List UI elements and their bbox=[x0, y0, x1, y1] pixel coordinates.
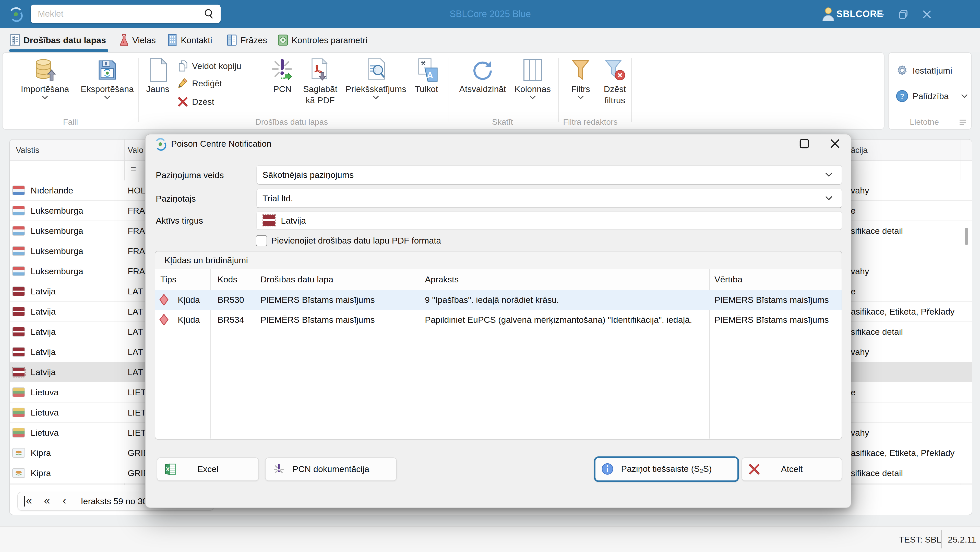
notifier-dropdown[interactable]: Trial ltd. bbox=[256, 188, 842, 208]
column-header-right-fragment[interactable]: ācija bbox=[851, 140, 868, 161]
refresh-button[interactable]: Atsvaidzināt bbox=[454, 57, 511, 94]
search-input[interactable]: Meklēt bbox=[31, 5, 221, 23]
help-icon: ? bbox=[896, 90, 908, 102]
pcn-button[interactable]: PCN bbox=[265, 57, 300, 94]
flag-cyprus-icon bbox=[13, 448, 24, 457]
column-header-tips[interactable]: Tips bbox=[161, 269, 177, 290]
error-diamond-icon bbox=[159, 314, 169, 325]
poison-centre-notification-dialog: Poison Centre Notification Paziņojuma ve… bbox=[145, 134, 851, 508]
tab-kontroles-parametri[interactable]: Kontroles parametri bbox=[278, 28, 368, 52]
flag-lithuania-icon bbox=[13, 408, 24, 417]
active-market-field[interactable]: Latvija bbox=[256, 211, 842, 230]
notifier-label: Paziņotājs bbox=[156, 194, 196, 204]
column-header-kods[interactable]: Kods bbox=[218, 269, 237, 290]
notification-type-dropdown[interactable]: Sākotnējais paziņojums bbox=[256, 165, 842, 185]
group-label-faili: Faili bbox=[30, 117, 111, 127]
edit-button[interactable]: Rediģēt bbox=[178, 77, 222, 89]
errors-warnings-groupbox: Kļūdas un brīdinājumi Tips Kods Drošības… bbox=[155, 251, 842, 440]
attach-pdf-checkbox[interactable] bbox=[256, 235, 267, 246]
column-header-vertiba[interactable]: Vērtība bbox=[714, 269, 743, 290]
first-record-button[interactable]: |« bbox=[21, 492, 34, 510]
tab-vielas[interactable]: Vielas bbox=[119, 28, 156, 52]
dialog-close-button[interactable] bbox=[828, 136, 842, 151]
search-placeholder: Meklēt bbox=[38, 9, 63, 19]
notification-type-label: Paziņojuma veids bbox=[156, 170, 224, 180]
chevron-down-icon bbox=[373, 96, 379, 99]
title-bar: Meklēt SBLCore 2025 Blue SBLCORE bbox=[0, 0, 980, 28]
excel-button[interactable]: X Excel bbox=[157, 458, 259, 481]
close-button[interactable] bbox=[919, 6, 935, 22]
help-button[interactable]: ? Palīdzība bbox=[896, 89, 968, 103]
prev-page-button[interactable]: « bbox=[40, 492, 54, 510]
flag-netherlands-icon bbox=[13, 186, 24, 195]
flag-latvia-icon bbox=[13, 287, 24, 296]
pcn-documentation-button[interactable]: PCN dokumentācija bbox=[265, 458, 397, 481]
notify-online-button[interactable]: Paziņot tiešsaistē (S₂S) bbox=[594, 456, 739, 482]
building-icon bbox=[167, 34, 177, 46]
prev-record-button[interactable]: ‹ bbox=[59, 492, 70, 510]
filter-icon bbox=[570, 58, 592, 82]
delete-button[interactable]: Dzēst bbox=[178, 96, 214, 108]
new-document-icon bbox=[148, 58, 167, 82]
translate-button[interactable]: A Tulkot bbox=[410, 57, 443, 94]
error-row[interactable]: Kļūda BR530 PIEMĒRS Bīstams maisījums 9 … bbox=[155, 290, 842, 310]
clear-filters-button[interactable]: Dzēst filtrus bbox=[598, 57, 632, 106]
flag-lithuania-icon bbox=[13, 388, 24, 397]
status-bar: TEST: SBL 25.2.11 bbox=[0, 526, 980, 552]
cancel-button[interactable]: Atcelt bbox=[741, 458, 842, 481]
copy-button[interactable]: Veidot kopiju bbox=[178, 60, 241, 72]
column-header-valoda[interactable]: Valo bbox=[128, 140, 143, 161]
flag-latvia-icon bbox=[13, 307, 24, 316]
svg-text:?: ? bbox=[900, 92, 904, 100]
dialog-maximize-button[interactable] bbox=[797, 136, 811, 151]
chevron-down-icon bbox=[530, 96, 536, 99]
import-button[interactable]: Importēšana bbox=[12, 57, 78, 99]
flask-icon bbox=[119, 34, 129, 46]
chevron-down-icon bbox=[825, 172, 832, 177]
vertical-scrollbar-thumb[interactable] bbox=[965, 228, 968, 245]
group-label-filtra: Filtra redaktors bbox=[549, 117, 631, 127]
save-as-pdf-button[interactable]: Saglabāt kā PDF bbox=[299, 57, 342, 106]
delete-x-icon bbox=[178, 97, 188, 107]
group-label-sds: Drošības datu lapas bbox=[230, 117, 353, 127]
tab-kontakti[interactable]: Kontakti bbox=[167, 28, 212, 52]
control-parameters-icon bbox=[278, 35, 288, 46]
phrases-icon bbox=[227, 34, 237, 46]
app-logo-icon bbox=[8, 6, 24, 22]
chevron-down-icon bbox=[578, 96, 584, 99]
user-avatar-icon[interactable] bbox=[822, 6, 834, 22]
errors-table-header: Tips Kods Drošības datu lapa Apraksts Vē… bbox=[155, 269, 842, 290]
filter-button[interactable]: Filtrs bbox=[564, 57, 597, 99]
filter-operator[interactable]: = bbox=[131, 164, 136, 174]
columns-button[interactable]: Kolonnas bbox=[512, 57, 553, 99]
column-header-sds[interactable]: Drošības datu lapa bbox=[261, 269, 333, 290]
translate-icon: A bbox=[415, 58, 438, 82]
pcn-icon bbox=[270, 58, 294, 82]
tab-frazes[interactable]: Frāzes bbox=[227, 28, 267, 52]
settings-button[interactable]: Iestatījumi bbox=[896, 64, 952, 77]
attach-pdf-label: Pievienojiet drošības datu lapu PDF form… bbox=[271, 236, 441, 246]
flag-luxembourg-icon bbox=[13, 227, 24, 235]
dialog-logo-icon bbox=[154, 137, 167, 151]
restore-button[interactable] bbox=[896, 6, 911, 22]
active-tab-underline bbox=[9, 49, 108, 52]
export-button[interactable]: Eksportēšana bbox=[77, 57, 137, 99]
preview-icon bbox=[365, 58, 387, 82]
sds-document-icon bbox=[10, 34, 20, 46]
import-database-icon bbox=[33, 58, 57, 82]
module-tabbar: Drošības datu lapas Vielas Kontakti bbox=[0, 28, 980, 52]
flag-latvia-icon bbox=[13, 368, 24, 377]
column-header-apraksts[interactable]: Apraksts bbox=[425, 269, 458, 290]
minimize-button[interactable] bbox=[872, 6, 888, 22]
new-button[interactable]: Jauns bbox=[142, 57, 174, 94]
pdf-icon bbox=[309, 58, 331, 82]
error-row[interactable]: Kļūda BR534 PIEMĒRS Bīstams maisījums Pa… bbox=[155, 310, 842, 330]
preview-button[interactable]: Priekšskatījums bbox=[343, 57, 409, 99]
export-disk-icon bbox=[95, 58, 119, 82]
column-header-valstis[interactable]: Valstis bbox=[16, 140, 39, 161]
flag-luxembourg-icon bbox=[13, 247, 24, 255]
flag-latvia-icon bbox=[13, 327, 24, 336]
flag-luxembourg-icon bbox=[13, 206, 24, 215]
tab-drosibas-datu-lapas[interactable]: Drošības datu lapas bbox=[10, 28, 106, 52]
app-menu-icon[interactable] bbox=[959, 119, 966, 125]
